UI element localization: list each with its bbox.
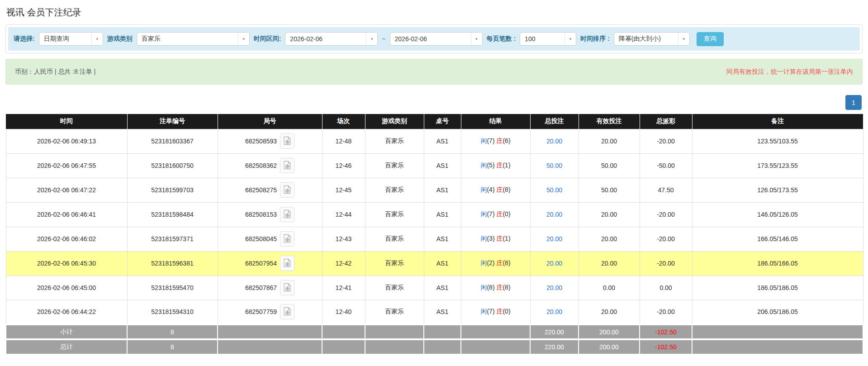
- result-banker-label: 庄: [496, 186, 503, 193]
- chevron-down-icon[interactable]: ▾: [91, 33, 103, 45]
- video-replay-button[interactable]: [280, 133, 294, 149]
- total-bet-link[interactable]: 20.00: [546, 138, 562, 145]
- footer-count-cell: 8: [127, 324, 218, 339]
- video-replay-button[interactable]: [280, 158, 294, 173]
- bet-id-cell: 523181600750: [127, 153, 218, 178]
- time-cell: 2026-02-06 06:45:00: [6, 276, 127, 300]
- payout-cell: 47.50: [640, 178, 692, 202]
- valid-bet-note: 同局有效投注，统一计算在该局第一张注单内: [726, 68, 853, 76]
- valid-bet-cell: 0.00: [579, 276, 640, 300]
- result-banker-label: 庄: [496, 308, 503, 315]
- total-bet-link[interactable]: 20.00: [546, 308, 562, 315]
- total-bet-link[interactable]: 50.00: [546, 186, 562, 194]
- footer-total-bet-cell: 220.00: [530, 324, 579, 339]
- column-header: 局号: [218, 114, 322, 129]
- time-cell: 2026-02-06 06:47:55: [6, 153, 127, 178]
- footer-payout-cell: -102.50: [640, 339, 692, 354]
- chevron-down-icon[interactable]: ▾: [564, 33, 576, 45]
- video-replay-button[interactable]: [280, 182, 294, 198]
- footer-empty-cell: [424, 339, 461, 354]
- payout-cell: -50.00: [640, 153, 692, 178]
- game-type-cell: 百家乐: [365, 300, 424, 324]
- video-replay-button[interactable]: [280, 304, 294, 319]
- bet-id-cell: 523181603367: [127, 129, 218, 153]
- session-cell: 12-40: [322, 300, 365, 324]
- date-to-combobox[interactable]: 2026-02-06 ▾: [390, 32, 483, 46]
- footer-empty-cell: [218, 324, 322, 339]
- session-cell: 12-45: [322, 178, 365, 202]
- round-id-wrap: 682507867: [220, 280, 320, 295]
- remark-cell: 206.05/186.05: [692, 300, 863, 324]
- total-bet-link[interactable]: 20.00: [546, 211, 562, 218]
- bet-id-cell: 523181595470: [127, 276, 218, 300]
- round-id-cell: 682507954: [218, 251, 322, 276]
- column-header: 总派彩: [640, 114, 692, 129]
- footer-empty-cell: [365, 339, 424, 354]
- round-id-wrap: 682508275: [220, 182, 320, 198]
- result-banker-label: 庄: [496, 137, 503, 144]
- video-replay-icon: [283, 258, 291, 269]
- page-button-1[interactable]: 1: [845, 95, 862, 110]
- game-type-cell: 百家乐: [365, 276, 424, 300]
- table-no-cell: AS1: [424, 178, 461, 202]
- chevron-down-icon[interactable]: ▾: [366, 33, 377, 45]
- round-id-wrap: 682508045: [220, 231, 320, 247]
- bet-id-cell: 523181598484: [127, 202, 218, 227]
- page-size-combobox[interactable]: 100 ▾: [520, 32, 576, 46]
- payout-cell: -20.00: [640, 300, 692, 324]
- chevron-down-icon[interactable]: ▾: [238, 33, 249, 45]
- table-row: 2026-02-06 06:44:22523181594310682507759…: [6, 300, 863, 324]
- video-replay-icon: [283, 185, 291, 195]
- column-header: 桌号: [424, 114, 461, 129]
- round-id-value: 682508593: [245, 138, 277, 145]
- table-no-cell: AS1: [424, 129, 461, 153]
- remark-cell: 123.55/103.55: [692, 129, 863, 153]
- summary-bar: 币别：人民币 | 总共 :8 注单 | 同局有效投注，统一计算在该局第一张注单内: [5, 59, 863, 85]
- video-replay-button[interactable]: [280, 207, 294, 222]
- table-no-cell: AS1: [424, 153, 461, 178]
- time-cell: 2026-02-06 06:47:22: [6, 178, 127, 202]
- bet-table-footer: 小计8220.00200.00-102.50总计8220.00200.00-10…: [6, 324, 863, 354]
- result-cell: 闲(2) 庄(8): [461, 251, 530, 276]
- date-from-combobox[interactable]: 2026-02-06 ▾: [285, 32, 378, 46]
- result-banker-label: 庄: [496, 284, 503, 291]
- table-header: 时间注单编号局号场次游戏类别桌号结果总投注有效投注总派彩备注: [6, 114, 863, 129]
- chevron-down-icon[interactable]: ▾: [678, 33, 689, 45]
- table-row: 2026-02-06 06:47:55523181600750682508362…: [6, 153, 863, 178]
- date-range-separator: ~: [382, 35, 385, 43]
- total-bet-link[interactable]: 20.00: [546, 284, 562, 291]
- sort-order-combobox[interactable]: 降幂(由大到小) ▾: [614, 32, 690, 46]
- total-bet-cell: 20.00: [530, 300, 579, 324]
- search-button[interactable]: 查询: [697, 32, 724, 46]
- header-row: 时间注单编号局号场次游戏类别桌号结果总投注有效投注总派彩备注: [6, 114, 863, 129]
- valid-bet-cell: 20.00: [579, 202, 640, 227]
- remark-cell: 186.05/186.05: [692, 276, 863, 300]
- video-replay-button[interactable]: [280, 231, 294, 247]
- remark-cell: 173.55/123.55: [692, 153, 863, 178]
- total-bet-link[interactable]: 50.00: [546, 162, 562, 169]
- result-cell: 闲(7) 庄(6): [461, 129, 530, 153]
- payout-cell: -20.00: [640, 251, 692, 276]
- video-replay-button[interactable]: [280, 256, 294, 271]
- time-cell: 2026-02-06 06:45:30: [6, 251, 127, 276]
- video-replay-button[interactable]: [280, 280, 294, 295]
- session-cell: 12-43: [322, 227, 365, 251]
- total-bet-link[interactable]: 20.00: [546, 235, 562, 242]
- table-row: 2026-02-06 06:49:13523181603367682508593…: [6, 129, 863, 153]
- result-player-label: 闲: [480, 137, 487, 144]
- round-id-value: 682507759: [245, 308, 277, 315]
- table-row: 2026-02-06 06:46:02523181597371682508045…: [6, 227, 863, 251]
- select-type-combobox[interactable]: 日期查询 ▾: [39, 32, 103, 46]
- column-header: 结果: [461, 114, 530, 129]
- chevron-down-icon[interactable]: ▾: [471, 33, 482, 45]
- footer-total-bet-cell: 220.00: [530, 339, 579, 354]
- valid-bet-cell: 50.00: [579, 178, 640, 202]
- sort-order-label: 时间排序 :: [580, 35, 610, 43]
- result-player-label: 闲: [480, 210, 487, 218]
- table-no-cell: AS1: [424, 251, 461, 276]
- page-size-label: 每页笔数 :: [487, 35, 516, 43]
- footer-empty-cell: [322, 324, 365, 339]
- bet-id-cell: 523181594310: [127, 300, 218, 324]
- total-bet-link[interactable]: 20.00: [546, 260, 562, 267]
- game-type-combobox[interactable]: 百家乐 ▾: [137, 32, 250, 46]
